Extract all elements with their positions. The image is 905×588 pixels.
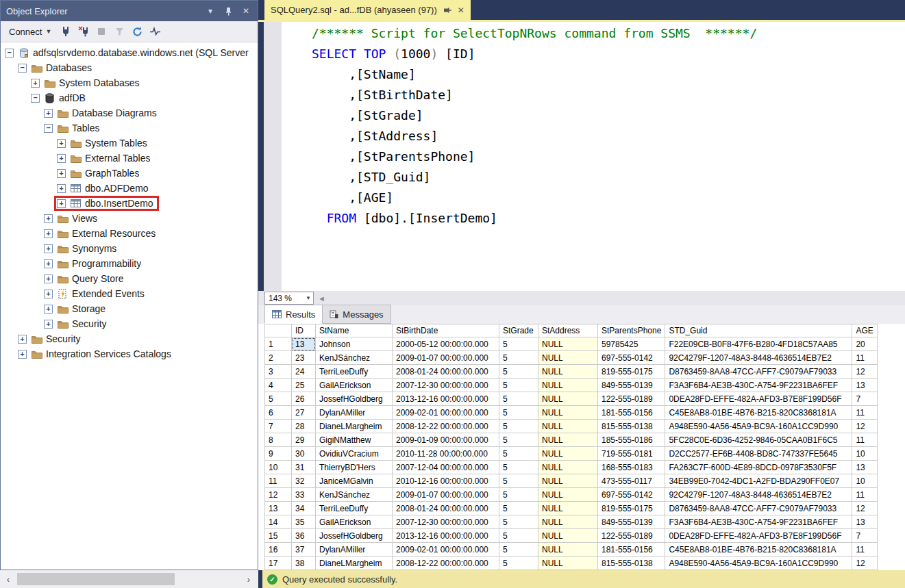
grid-cell[interactable]: 5 bbox=[499, 488, 538, 502]
grid-cell[interactable]: 719-555-0181 bbox=[598, 447, 665, 461]
grid-cell[interactable]: JossefHGoldberg bbox=[316, 529, 393, 543]
grid-cell[interactable]: OvidiuVCracium bbox=[316, 447, 393, 461]
grid-cell[interactable]: TerriLeeDuffy bbox=[316, 365, 393, 379]
expand-expander[interactable]: + bbox=[57, 169, 66, 178]
grid-cell[interactable]: 5 bbox=[499, 461, 538, 474]
column-header-stbirthdate[interactable]: StBirthDate bbox=[393, 324, 499, 337]
grid-cell[interactable]: 2010-12-16 00:00:00.000 bbox=[393, 474, 499, 488]
row-number-cell[interactable]: 6 bbox=[265, 406, 292, 420]
collapse-expander[interactable]: − bbox=[31, 94, 40, 103]
grid-cell[interactable]: 5 bbox=[499, 406, 538, 420]
grid-cell[interactable]: 92C4279F-1207-48A3-8448-4636514EB7E2 bbox=[665, 351, 852, 365]
grid-cell[interactable]: 697-555-0142 bbox=[598, 351, 665, 365]
pin-icon[interactable] bbox=[222, 5, 234, 17]
column-header-stgrade[interactable]: StGrade bbox=[499, 324, 538, 337]
column-header-staddress[interactable]: StAddress bbox=[538, 324, 598, 337]
grid-cell[interactable]: 11 bbox=[852, 406, 877, 420]
grid-cell[interactable]: NULL bbox=[538, 515, 598, 529]
grid-cell[interactable]: DylanAMiller bbox=[316, 543, 393, 557]
grid-cell[interactable]: NULL bbox=[538, 543, 598, 557]
grid-cell[interactable]: 59785425 bbox=[598, 337, 665, 351]
grid-cell[interactable]: 12 bbox=[852, 502, 877, 515]
column-header-std_guid[interactable]: STD_Guid bbox=[665, 324, 852, 337]
grid-cell[interactable]: Johnson bbox=[316, 337, 393, 351]
scroll-right-arrow-icon[interactable]: › bbox=[240, 574, 257, 585]
grid-cell[interactable]: KenJSánchez bbox=[316, 488, 393, 502]
grid-cell[interactable]: 5 bbox=[499, 379, 538, 392]
grid-cell[interactable]: NULL bbox=[538, 392, 598, 406]
grid-cell[interactable]: F3A3F6B4-AE3B-430C-A754-9F2231BA6FEF bbox=[665, 379, 852, 392]
expand-expander[interactable]: + bbox=[44, 259, 53, 268]
grid-cell[interactable]: 5 bbox=[499, 365, 538, 379]
row-number-cell[interactable]: 10 bbox=[265, 461, 292, 474]
expand-expander[interactable]: + bbox=[44, 229, 53, 238]
grid-cell[interactable]: 37 bbox=[292, 543, 316, 557]
grid-cell[interactable]: 2008-12-22 00:00:00.000 bbox=[393, 557, 499, 570]
grid-cell[interactable]: NULL bbox=[538, 447, 598, 461]
tree-item-system-databases[interactable]: +System Databases bbox=[1, 75, 258, 90]
grid-cell[interactable]: NULL bbox=[538, 474, 598, 488]
grid-cell[interactable]: JossefHGoldberg bbox=[316, 392, 393, 406]
grid-cell[interactable]: 0DEA28FD-EFFE-482A-AFD3-B7E8F199D56F bbox=[665, 392, 852, 406]
grid-cell[interactable]: 12 bbox=[852, 365, 877, 379]
column-header-stname[interactable]: StName bbox=[316, 324, 393, 337]
grid-cell[interactable]: 168-555-0183 bbox=[598, 461, 665, 474]
grid-cell[interactable]: 11 bbox=[852, 543, 877, 557]
grid-cell[interactable]: 13 bbox=[852, 515, 877, 529]
grid-cell[interactable]: 10 bbox=[852, 447, 877, 461]
row-number-cell[interactable]: 5 bbox=[265, 392, 292, 406]
grid-cell[interactable]: 11 bbox=[852, 351, 877, 365]
grid-cell[interactable]: 2009-01-07 00:00:00.000 bbox=[393, 488, 499, 502]
grid-cell[interactable]: 32 bbox=[292, 474, 316, 488]
row-number-cell[interactable]: 8 bbox=[265, 433, 292, 447]
tree-item-synonyms[interactable]: +Synonyms bbox=[1, 241, 258, 256]
expand-expander[interactable]: + bbox=[44, 320, 53, 329]
grid-cell[interactable]: GigiNMatthew bbox=[316, 433, 393, 447]
grid-cell[interactable]: 2000-05-12 00:00:00.000 bbox=[393, 337, 499, 351]
grid-cell[interactable]: C45E8AB8-01BE-4B76-B215-820C8368181A bbox=[665, 406, 852, 420]
row-number-cell[interactable]: 17 bbox=[265, 557, 292, 570]
grid-cell[interactable]: 2008-01-24 00:00:00.000 bbox=[393, 502, 499, 515]
row-number-cell[interactable]: 1 bbox=[265, 337, 292, 351]
grid-cell[interactable]: 5 bbox=[499, 502, 538, 515]
tab-close-icon[interactable]: ✕ bbox=[458, 5, 464, 15]
grid-cell[interactable]: 815-555-0138 bbox=[598, 557, 665, 570]
grid-cell[interactable]: 13 bbox=[852, 461, 877, 474]
grid-cell[interactable]: 5 bbox=[499, 337, 538, 351]
grid-cell[interactable]: 92C4279F-1207-48A3-8448-4636514EB7E2 bbox=[665, 488, 852, 502]
grid-cell[interactable]: 23 bbox=[292, 351, 316, 365]
grid-cell[interactable]: 10 bbox=[852, 474, 877, 488]
tab-results[interactable]: Results bbox=[264, 305, 323, 324]
expand-expander[interactable]: + bbox=[44, 290, 53, 298]
grid-cell[interactable]: 5 bbox=[499, 351, 538, 365]
grid-cell[interactable]: 849-555-0139 bbox=[598, 379, 665, 392]
grid-cell[interactable]: 5 bbox=[499, 529, 538, 543]
tree-item-integration-services-catalogs[interactable]: +Integration Services Catalogs bbox=[1, 346, 258, 361]
grid-cell[interactable]: NULL bbox=[538, 529, 598, 543]
row-number-cell[interactable]: 16 bbox=[265, 543, 292, 557]
grid-cell[interactable]: 122-555-0189 bbox=[598, 529, 665, 543]
column-header-stparentsphone[interactable]: StParentsPhone bbox=[598, 324, 665, 337]
tree-item-graphtables[interactable]: +GraphTables bbox=[1, 166, 258, 181]
grid-cell[interactable]: 5 bbox=[499, 420, 538, 433]
grid-cell[interactable]: 5 bbox=[499, 392, 538, 406]
close-icon[interactable]: ✕ bbox=[240, 5, 252, 17]
grid-cell[interactable]: NULL bbox=[538, 488, 598, 502]
grid-cell[interactable]: C45E8AB8-01BE-4B76-B215-820C8368181A bbox=[665, 543, 852, 557]
grid-cell[interactable]: 34 bbox=[292, 502, 316, 515]
grid-cell[interactable]: NULL bbox=[538, 433, 598, 447]
editor-hscrollbar[interactable]: ◄ bbox=[314, 291, 905, 305]
expand-expander[interactable]: + bbox=[18, 350, 27, 359]
expand-expander[interactable]: + bbox=[44, 305, 53, 314]
grid-cell[interactable]: 11 bbox=[852, 488, 877, 502]
tree-item-security[interactable]: +Security bbox=[1, 331, 258, 346]
grid-cell[interactable]: 5 bbox=[499, 557, 538, 570]
grid-cell[interactable]: 2009-02-01 00:00:00.000 bbox=[393, 406, 499, 420]
grid-cell[interactable]: 27 bbox=[292, 406, 316, 420]
grid-cell[interactable]: ThierryBD'Hers bbox=[316, 461, 393, 474]
tree-item-database-diagrams[interactable]: +Database Diagrams bbox=[1, 105, 258, 120]
grid-cell[interactable]: 0DEA28FD-EFFE-482A-AFD3-B7E8F199D56F bbox=[665, 529, 852, 543]
expand-expander[interactable]: + bbox=[57, 154, 66, 163]
grid-cell[interactable]: 11 bbox=[852, 433, 877, 447]
grid-cell[interactable]: NULL bbox=[538, 337, 598, 351]
